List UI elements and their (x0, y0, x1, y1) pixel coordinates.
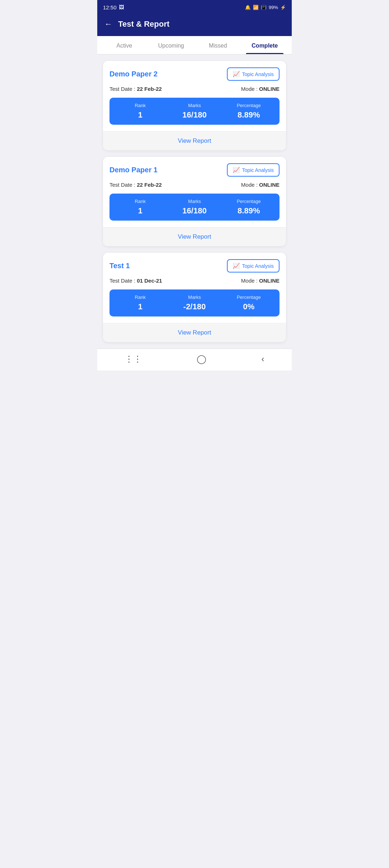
card-header-demo-paper-2: Demo Paper 2 📈 Topic Analysis (109, 67, 280, 81)
card-test-1: Test 1 📈 Topic Analysis Test Date : 01 D… (103, 253, 286, 342)
card-title-demo-paper-2: Demo Paper 2 (109, 70, 157, 78)
rank-stat-test-1: Rank 1 (113, 294, 167, 311)
image-icon: 🖼 (119, 4, 124, 10)
marks-stat-test-1: Marks -2/180 (167, 294, 222, 311)
topic-analysis-label-test-1: Topic Analysis (242, 263, 274, 269)
topic-analysis-button-demo-paper-1[interactable]: 📈 Topic Analysis (227, 163, 280, 177)
nav-home-icon[interactable]: ◯ (197, 354, 206, 364)
card-meta-demo-paper-1: Test Date : 22 Feb-22 Mode : ONLINE (109, 182, 280, 188)
battery-text: 99% (269, 5, 278, 10)
view-report-button-demo-paper-1[interactable]: View Report (103, 227, 286, 246)
marks-value-2: -2/180 (167, 302, 222, 311)
card-header-test-1: Test 1 📈 Topic Analysis (109, 259, 280, 273)
test-date-demo-paper-1: Test Date : 22 Feb-22 (109, 182, 162, 188)
topic-analysis-button-test-1[interactable]: 📈 Topic Analysis (227, 259, 280, 273)
rank-value-2: 1 (113, 302, 167, 311)
test-date-test-1: Test Date : 01 Dec-21 (109, 278, 162, 284)
stats-bar-test-1: Rank 1 Marks -2/180 Percentage 0% (109, 289, 280, 316)
stats-bar-demo-paper-1: Rank 1 Marks 16/180 Percentage 8.89% (109, 194, 280, 221)
card-header-demo-paper-1: Demo Paper 1 📈 Topic Analysis (109, 163, 280, 177)
stats-bar-demo-paper-2: Rank 1 Marks 16/180 Percentage 8.89% (109, 98, 280, 125)
trend-icon-2: 📈 (233, 262, 240, 269)
status-time: 12:50 🖼 (103, 4, 124, 10)
mode-demo-paper-1: Mode : ONLINE (241, 182, 280, 188)
view-report-button-test-1[interactable]: View Report (103, 323, 286, 342)
rank-label-2: Rank (113, 294, 167, 300)
rank-value-1: 1 (113, 206, 167, 216)
percentage-value-1: 8.89% (222, 206, 276, 216)
card-meta-demo-paper-2: Test Date : 22 Feb-22 Mode : ONLINE (109, 86, 280, 92)
rank-stat-demo-paper-2: Rank 1 (113, 103, 167, 120)
percentage-stat-demo-paper-1: Percentage 8.89% (222, 199, 276, 216)
header: ← Test & Report (97, 14, 292, 36)
test-date-demo-paper-2: Test Date : 22 Feb-22 (109, 86, 162, 92)
marks-stat-demo-paper-2: Marks 16/180 (167, 103, 222, 120)
mode-demo-paper-2: Mode : ONLINE (241, 86, 280, 92)
nav-back-icon[interactable]: ‹ (261, 354, 264, 364)
status-bar: 12:50 🖼 🔔 📶 📳 99% ⚡ (97, 0, 292, 14)
topic-analysis-label-demo-paper-2: Topic Analysis (242, 71, 274, 77)
rank-value: 1 (113, 110, 167, 120)
mode-test-1: Mode : ONLINE (241, 278, 280, 284)
nav-menu-icon[interactable]: ⋮⋮ (125, 354, 142, 364)
percentage-value-2: 0% (222, 302, 276, 311)
tab-active[interactable]: Active (101, 36, 148, 54)
marks-value-1: 16/180 (167, 206, 222, 216)
content-area: Demo Paper 2 📈 Topic Analysis Test Date … (97, 54, 292, 349)
tabs-bar: Active Upcoming Missed Complete (97, 36, 292, 54)
time-text: 12:50 (103, 4, 117, 10)
card-title-test-1: Test 1 (109, 262, 130, 270)
trend-icon: 📈 (233, 71, 240, 78)
view-report-button-demo-paper-2[interactable]: View Report (103, 131, 286, 150)
card-title-demo-paper-1: Demo Paper 1 (109, 166, 157, 174)
tab-complete[interactable]: Complete (241, 36, 288, 54)
percentage-label: Percentage (222, 103, 276, 108)
marks-label-2: Marks (167, 294, 222, 300)
battery-icon: ⚡ (280, 5, 286, 10)
percentage-stat-demo-paper-2: Percentage 8.89% (222, 103, 276, 120)
topic-analysis-label-demo-paper-1: Topic Analysis (242, 167, 274, 173)
percentage-value: 8.89% (222, 110, 276, 120)
bottom-nav: ⋮⋮ ◯ ‹ (97, 349, 292, 371)
card-demo-paper-1: Demo Paper 1 📈 Topic Analysis Test Date … (103, 157, 286, 246)
tab-missed[interactable]: Missed (194, 36, 241, 54)
topic-analysis-button-demo-paper-2[interactable]: 📈 Topic Analysis (227, 67, 280, 81)
trend-icon-1: 📈 (233, 167, 240, 173)
rank-label: Rank (113, 103, 167, 108)
alarm-icon: 🔔 (245, 5, 251, 10)
percentage-stat-test-1: Percentage 0% (222, 294, 276, 311)
rank-stat-demo-paper-1: Rank 1 (113, 199, 167, 216)
back-button[interactable]: ← (104, 19, 112, 29)
status-icons: 🔔 📶 📳 99% ⚡ (245, 5, 286, 10)
marks-label: Marks (167, 103, 222, 108)
tab-upcoming[interactable]: Upcoming (148, 36, 194, 54)
header-title: Test & Report (118, 19, 170, 29)
marks-stat-demo-paper-1: Marks 16/180 (167, 199, 222, 216)
marks-value: 16/180 (167, 110, 222, 120)
percentage-label-1: Percentage (222, 199, 276, 204)
signal-icon: 📳 (261, 5, 267, 10)
card-demo-paper-2: Demo Paper 2 📈 Topic Analysis Test Date … (103, 61, 286, 150)
wifi-icon: 📶 (253, 5, 259, 10)
percentage-label-2: Percentage (222, 294, 276, 300)
rank-label-1: Rank (113, 199, 167, 204)
card-meta-test-1: Test Date : 01 Dec-21 Mode : ONLINE (109, 278, 280, 284)
marks-label-1: Marks (167, 199, 222, 204)
